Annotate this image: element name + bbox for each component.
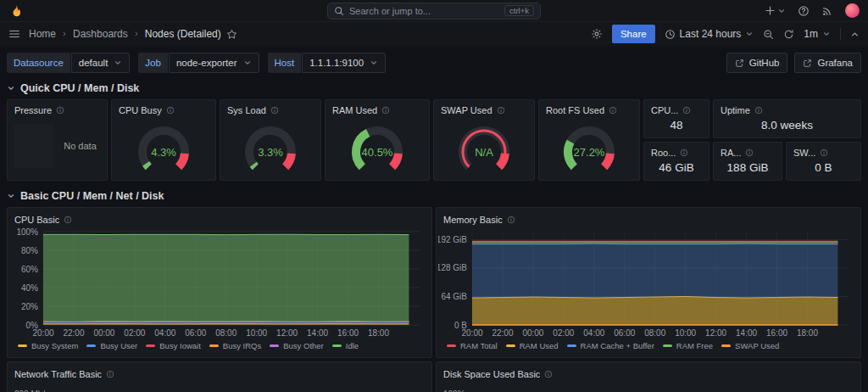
variable-job-label[interactable]: Job <box>138 53 168 73</box>
panel-title[interactable]: SWAP Used <box>441 105 492 115</box>
share-button[interactable]: Share <box>612 25 655 43</box>
variable-datasource-value[interactable]: default <box>71 53 131 73</box>
info-icon[interactable] <box>682 106 691 115</box>
info-icon[interactable] <box>754 106 763 115</box>
breadcrumb: Home Dashboards Nodes (Detailed) <box>29 28 237 40</box>
info-icon[interactable] <box>381 106 390 115</box>
cpu-basic-plot-area[interactable]: 0%20%40%60%80%100%20:0022:0000:0002:0004… <box>9 227 430 339</box>
chevron-down-icon <box>370 59 378 67</box>
panel-memory-basic: Memory Basic 0 B64 GiB128 GiB192 GiB20:0… <box>436 207 861 358</box>
panel-title[interactable]: Network Traffic Basic <box>14 369 102 379</box>
dashboard-settings-gear-icon[interactable] <box>591 28 603 40</box>
clock-icon <box>665 29 676 40</box>
menu-toggle-icon[interactable] <box>8 28 20 40</box>
info-icon[interactable] <box>106 370 114 378</box>
legend-series-name: RAM Free <box>676 341 713 350</box>
link-github-button[interactable]: GitHub <box>726 53 788 73</box>
toolbar-divider <box>840 28 841 40</box>
new-menu-button[interactable] <box>765 5 786 16</box>
variable-host-label[interactable]: Host <box>268 53 302 73</box>
memory-basic-plot-area[interactable]: 0 B64 GiB128 GiB192 GiB20:0022:0000:0002… <box>438 227 859 339</box>
search-input[interactable]: Search or jump to... ctrl+k <box>327 3 541 20</box>
panel-title[interactable]: Root FS Used <box>546 105 604 115</box>
chevron-down-icon <box>7 192 15 200</box>
favorite-star-icon[interactable] <box>226 29 237 40</box>
top-navigation-bar: Search or jump to... ctrl+k <box>0 0 868 22</box>
info-icon[interactable] <box>64 216 72 224</box>
ram-used-gauge: 40.5% <box>335 121 420 176</box>
refresh-icon[interactable] <box>783 29 794 40</box>
info-icon[interactable] <box>56 106 64 115</box>
legend-item[interactable]: Busy System <box>18 341 78 350</box>
grafana-app: Search or jump to... ctrl+k Home Dashboa… <box>0 0 868 392</box>
legend-series-name: Busy IRQs <box>223 341 261 350</box>
panel-gauge-sys-load: Sys Load 3.3% <box>220 99 321 181</box>
stat-value: 188 GiB <box>714 160 782 180</box>
no-data-message: No data <box>64 141 97 151</box>
svg-text:20%: 20% <box>21 302 38 311</box>
panel-stat-swap-total: SW... 0 B <box>786 142 861 181</box>
info-icon[interactable] <box>497 106 505 115</box>
legend-series-marker <box>270 344 279 347</box>
legend-item[interactable]: Idle <box>332 341 359 350</box>
panel-title[interactable]: CPU Busy <box>119 105 162 115</box>
svg-text:00:00: 00:00 <box>522 328 543 338</box>
legend-item[interactable]: Busy User <box>86 341 137 350</box>
svg-text:27.2%: 27.2% <box>574 146 605 159</box>
variable-host-value[interactable]: 1.1.1.1:9100 <box>302 53 386 73</box>
grafana-logo-icon[interactable] <box>8 3 24 19</box>
panel-title[interactable]: Uptime <box>721 105 750 115</box>
section-header-quick[interactable]: Quick CPU / Mem / Disk <box>7 81 861 96</box>
legend-series-name: Busy System <box>31 341 78 350</box>
legend-item[interactable]: RAM Total <box>447 341 498 350</box>
section-header-basic[interactable]: Basic CPU / Mem / Net / Disk <box>7 188 861 204</box>
svg-text:12:00: 12:00 <box>705 328 726 338</box>
legend-item[interactable]: SWAP Used <box>721 341 779 350</box>
refresh-interval-dropdown[interactable]: 1m <box>804 28 831 40</box>
panel-disk-space-used-basic: Disk Space Used Basic 100% <box>436 361 861 392</box>
info-icon[interactable] <box>820 148 828 157</box>
sys-load-gauge: 3.3% <box>228 121 313 176</box>
info-icon[interactable] <box>544 370 553 378</box>
zoom-out-time-icon[interactable] <box>763 29 774 40</box>
legend-series-marker <box>447 344 456 347</box>
time-range-picker[interactable]: Last 24 hours <box>665 28 754 40</box>
link-grafana-button[interactable]: Grafana <box>794 53 861 73</box>
panel-title[interactable]: RAM Used <box>332 105 377 115</box>
info-icon[interactable] <box>166 106 175 115</box>
legend-item[interactable]: RAM Used <box>506 341 559 350</box>
legend-item[interactable]: Busy Other <box>270 341 324 350</box>
svg-text:08:00: 08:00 <box>644 328 665 338</box>
panel-title[interactable]: Sys Load <box>227 105 266 115</box>
legend-item[interactable]: RAM Free <box>663 341 713 350</box>
info-icon[interactable] <box>507 216 515 224</box>
panel-title[interactable]: CPU... <box>651 105 678 115</box>
panel-title[interactable]: SW... <box>793 148 815 158</box>
svg-text:08:00: 08:00 <box>215 328 236 338</box>
chevron-down-icon <box>243 59 252 67</box>
legend-item[interactable]: RAM Cache + Buffer <box>567 341 654 350</box>
info-icon[interactable] <box>680 148 688 157</box>
help-icon <box>798 5 810 17</box>
info-icon[interactable] <box>609 106 617 115</box>
user-avatar[interactable] <box>845 3 860 18</box>
breadcrumb-dashboards[interactable]: Dashboards <box>73 28 128 40</box>
info-icon[interactable] <box>270 106 279 115</box>
panel-title[interactable]: Disk Space Used Basic <box>443 369 540 379</box>
link-github-label: GitHub <box>749 58 780 68</box>
panel-title[interactable]: CPU Basic <box>14 215 59 225</box>
variable-datasource-label[interactable]: Datasource <box>7 53 70 73</box>
breadcrumb-home[interactable]: Home <box>29 28 56 40</box>
info-icon[interactable] <box>745 148 754 157</box>
legend-item[interactable]: Busy IRQs <box>209 341 261 350</box>
panel-stat-cpu-cores: CPU... 48 <box>643 99 709 138</box>
collapse-toolbar-chevron-up-icon[interactable] <box>850 30 860 39</box>
panel-title[interactable]: Pressure <box>14 105 52 115</box>
panel-title[interactable]: Roo... <box>651 148 676 158</box>
legend-item[interactable]: Busy Iowait <box>146 341 201 350</box>
news-button[interactable] <box>821 5 833 17</box>
help-button[interactable] <box>798 5 810 17</box>
panel-title[interactable]: Memory Basic <box>443 215 503 225</box>
panel-title[interactable]: RA... <box>721 148 741 158</box>
variable-job-value[interactable]: node-exporter <box>169 53 259 73</box>
